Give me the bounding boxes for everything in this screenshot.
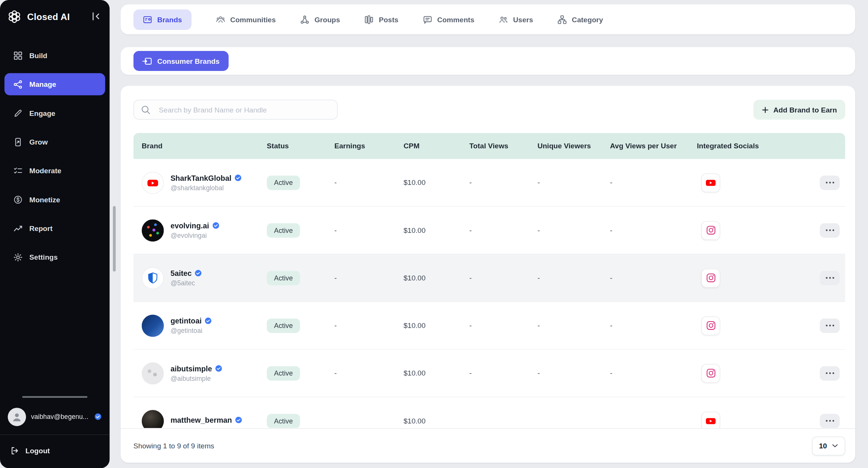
- brands-panel: Add Brand to Earn Brand Status Earnings …: [121, 86, 855, 463]
- brand-cell: 5aitec @5aitec: [142, 267, 267, 289]
- category-icon: [557, 15, 567, 24]
- share-nodes-icon: [300, 15, 310, 24]
- avg-views-value: -: [610, 226, 697, 234]
- row-actions-button[interactable]: [820, 176, 840, 190]
- row-actions-button[interactable]: [820, 223, 840, 237]
- table-header-row: Brand Status Earnings CPM Total Views Un…: [133, 133, 845, 159]
- status-badge: Active: [267, 366, 300, 380]
- total-views-value: -: [469, 274, 538, 282]
- table-row[interactable]: 5aitec @5aitec Active - $10.00 - - -: [133, 254, 845, 302]
- sidebar-item-settings[interactable]: Settings: [5, 246, 105, 268]
- sidebar-item-grow[interactable]: Grow: [5, 131, 105, 153]
- search-input[interactable]: [158, 105, 330, 114]
- sidebar-item-moderate[interactable]: Moderate: [5, 160, 105, 182]
- card-arrow-icon: [142, 57, 152, 65]
- verified-badge-icon: [215, 365, 223, 373]
- tab-users[interactable]: Users: [499, 15, 533, 24]
- sidebar-item-label: Manage: [29, 80, 56, 88]
- youtube-icon: [701, 173, 720, 192]
- cpm-value: $10.00: [403, 179, 469, 187]
- avg-views-value: -: [610, 321, 697, 329]
- table-row[interactable]: evolving.ai @evolvingai Active - $10.00 …: [133, 207, 845, 254]
- user-email: vaibhav@begenu...: [31, 413, 88, 421]
- table-row[interactable]: aibutsimple @aibutsimple Active - $10.00…: [133, 349, 845, 397]
- verified-badge-icon: [212, 222, 220, 229]
- brand-handle: @sharktankglobal: [170, 184, 242, 192]
- earnings-value: -: [334, 274, 403, 282]
- youtube-icon: [701, 411, 720, 428]
- tab-groups[interactable]: Groups: [300, 15, 340, 24]
- logout-button[interactable]: Logout: [0, 440, 110, 460]
- instagram-icon: [701, 364, 720, 383]
- add-brand-to-earn-button[interactable]: Add Brand to Earn: [753, 100, 845, 120]
- brand-name: aibutsimple: [170, 364, 212, 373]
- tab-label: Category: [572, 15, 603, 23]
- tab-label: Groups: [314, 15, 340, 23]
- brand-name: 5aitec: [170, 269, 192, 277]
- sidebar-item-build[interactable]: Build: [5, 44, 105, 66]
- column-header-integrated-socials: Integrated Socials: [697, 142, 820, 150]
- tab-category[interactable]: Category: [557, 15, 603, 24]
- user-account-row[interactable]: vaibhav@begenu...: [0, 405, 110, 429]
- filter-bar: Consumer Brands: [121, 47, 855, 75]
- sidebar-item-label: Settings: [29, 253, 58, 261]
- sidebar-item-engage[interactable]: Engage: [5, 102, 105, 124]
- cpm-value: $10.00: [403, 226, 469, 234]
- tab-brands[interactable]: Brands: [133, 9, 192, 29]
- sidebar-drag-handle[interactable]: [22, 396, 87, 398]
- tab-label: Posts: [379, 15, 399, 23]
- app-window: Closed AI Build: [0, 0, 868, 468]
- column-header-cpm: CPM: [403, 142, 469, 150]
- unique-viewers-value: -: [537, 274, 610, 282]
- row-actions-button[interactable]: [820, 414, 840, 428]
- row-actions-button[interactable]: [820, 318, 840, 333]
- tab-comments[interactable]: Comments: [423, 15, 474, 24]
- brand-name: evolving.ai: [170, 221, 209, 229]
- column-header-earnings: Earnings: [334, 142, 403, 150]
- sidebar-item-report[interactable]: Report: [5, 217, 105, 239]
- sidebar-item-monetize[interactable]: Monetize: [5, 188, 105, 211]
- column-header-total-views: Total Views: [469, 142, 538, 150]
- page-scrollbar-thumb[interactable]: [113, 206, 115, 271]
- tab-label: Communities: [230, 15, 276, 23]
- brand-handle: @evolvingai: [170, 231, 219, 239]
- unique-viewers-value: -: [537, 321, 610, 329]
- table-row[interactable]: matthew_berman Active $10.00: [133, 397, 845, 428]
- logout-label: Logout: [26, 446, 50, 454]
- consumer-brands-button[interactable]: Consumer Brands: [133, 51, 229, 71]
- sidebar-item-label: Build: [29, 51, 48, 60]
- user-avatar: [8, 408, 26, 426]
- brand-cell: getintoai @getintoai: [142, 314, 267, 337]
- trend-chart-icon: [13, 223, 23, 233]
- verified-badge-icon: [94, 413, 102, 421]
- brand-search[interactable]: [133, 100, 338, 120]
- instagram-icon: [701, 221, 720, 240]
- app-title: Closed AI: [27, 11, 70, 22]
- row-actions-button[interactable]: [820, 271, 840, 285]
- comments-icon: [423, 15, 432, 24]
- instagram-icon: [701, 268, 720, 287]
- status-badge: Active: [267, 318, 300, 333]
- sidebar-item-label: Moderate: [29, 166, 61, 175]
- grid-icon: [13, 51, 23, 60]
- page-size-value: 10: [819, 442, 827, 450]
- brand-name: SharkTankGlobal: [170, 174, 232, 182]
- column-header-avg-views: Avg Views per User: [610, 142, 697, 150]
- avg-views-value: -: [610, 369, 697, 377]
- brand-handle: @aibutsimple: [170, 374, 222, 382]
- page-size-select[interactable]: 10: [812, 436, 845, 455]
- table-footer: Showing 1 to 9 of 9 items 10: [121, 428, 855, 463]
- sidebar-item-manage[interactable]: Manage: [5, 73, 105, 95]
- table-toolbar: Add Brand to Earn: [133, 86, 845, 120]
- tab-posts[interactable]: Posts: [364, 15, 398, 24]
- brand-avatar: [142, 267, 164, 289]
- table-row[interactable]: SharkTankGlobal @sharktankglobal Active …: [133, 159, 845, 206]
- brand-name: matthew_berman: [170, 416, 232, 424]
- table-row[interactable]: getintoai @getintoai Active - $10.00 - -…: [133, 302, 845, 349]
- tab-label: Brands: [157, 15, 182, 23]
- collapse-sidebar-icon[interactable]: [91, 11, 102, 22]
- brand-avatar: [142, 171, 164, 194]
- results-summary: Showing 1 to 9 of 9 items: [133, 442, 214, 450]
- tab-communities[interactable]: Communities: [216, 15, 276, 24]
- row-actions-button[interactable]: [820, 366, 840, 380]
